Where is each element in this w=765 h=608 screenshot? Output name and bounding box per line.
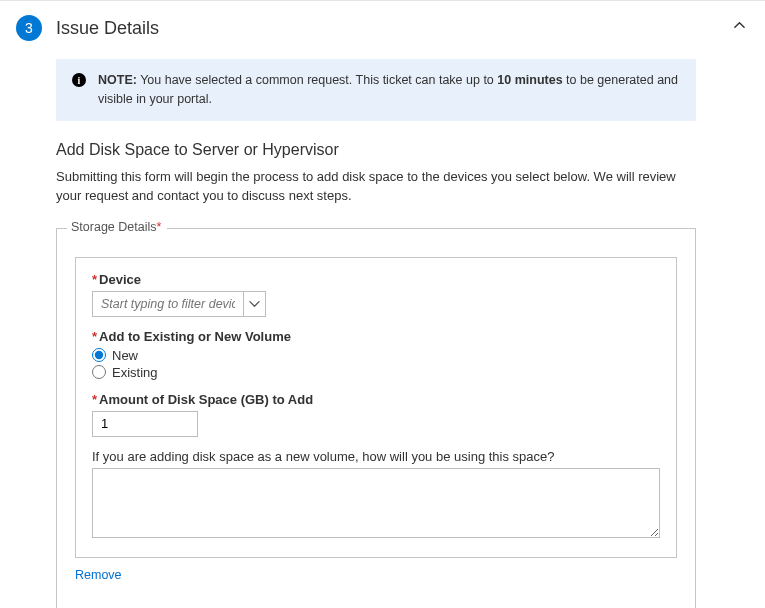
section-title: Add Disk Space to Server or Hypervisor xyxy=(56,141,696,159)
device-dropdown-toggle[interactable] xyxy=(243,292,265,316)
usage-textarea[interactable] xyxy=(92,468,660,538)
panel-title: Issue Details xyxy=(56,18,159,39)
amount-label-text: Amount of Disk Space (GB) to Add xyxy=(99,392,313,407)
collapse-toggle[interactable] xyxy=(734,19,745,34)
volume-label-text: Add to Existing or New Volume xyxy=(99,329,291,344)
required-marker: * xyxy=(156,220,161,234)
amount-field: *Amount of Disk Space (GB) to Add xyxy=(92,392,660,437)
volume-radio-group: New Existing xyxy=(92,348,660,380)
section-description: Submitting this form will begin the proc… xyxy=(56,167,696,206)
step-number-badge: 3 xyxy=(16,15,42,41)
volume-field: *Add to Existing or New Volume New Exist… xyxy=(92,329,660,380)
device-input[interactable] xyxy=(93,292,243,316)
panel-header: 3 Issue Details xyxy=(16,15,749,41)
note-prefix: NOTE: xyxy=(98,73,137,87)
usage-field: If you are adding disk space as a new vo… xyxy=(92,449,660,541)
required-marker: * xyxy=(92,392,97,407)
amount-label: *Amount of Disk Space (GB) to Add xyxy=(92,392,660,407)
volume-label: *Add to Existing or New Volume xyxy=(92,329,660,344)
required-marker: * xyxy=(92,272,97,287)
volume-radio-existing[interactable]: Existing xyxy=(92,365,660,380)
remove-link[interactable]: Remove xyxy=(75,568,122,582)
fieldset-footer: Add xyxy=(57,600,695,609)
chevron-up-icon xyxy=(734,20,745,31)
storage-details-fieldset: Storage Details* *Device xyxy=(56,228,696,609)
fieldset-legend: Storage Details* xyxy=(67,220,167,234)
storage-item-box: *Device *Add xyxy=(75,257,677,558)
required-marker: * xyxy=(92,329,97,344)
volume-radio-existing-input[interactable] xyxy=(92,365,106,379)
volume-new-text: New xyxy=(112,348,138,363)
chevron-down-icon xyxy=(249,298,260,309)
info-icon: i xyxy=(72,73,86,87)
amount-input[interactable] xyxy=(92,411,198,437)
volume-radio-new[interactable]: New xyxy=(92,348,660,363)
volume-radio-new-input[interactable] xyxy=(92,348,106,362)
usage-label: If you are adding disk space as a new vo… xyxy=(92,449,554,464)
panel-body: i NOTE: You have selected a common reque… xyxy=(56,59,696,608)
volume-existing-text: Existing xyxy=(112,365,158,380)
fieldset-inner: *Device *Add xyxy=(57,229,695,600)
device-label-text: Device xyxy=(99,272,141,287)
legend-text: Storage Details xyxy=(71,220,156,234)
info-note: i NOTE: You have selected a common reque… xyxy=(56,59,696,121)
device-field: *Device xyxy=(92,272,660,317)
device-select[interactable] xyxy=(92,291,266,317)
note-text: NOTE: You have selected a common request… xyxy=(98,71,680,109)
note-text-before: You have selected a common request. This… xyxy=(137,73,497,87)
issue-details-panel: 3 Issue Details i NOTE: You have selecte… xyxy=(0,0,765,608)
note-emphasis: 10 minutes xyxy=(497,73,562,87)
device-label: *Device xyxy=(92,272,660,287)
